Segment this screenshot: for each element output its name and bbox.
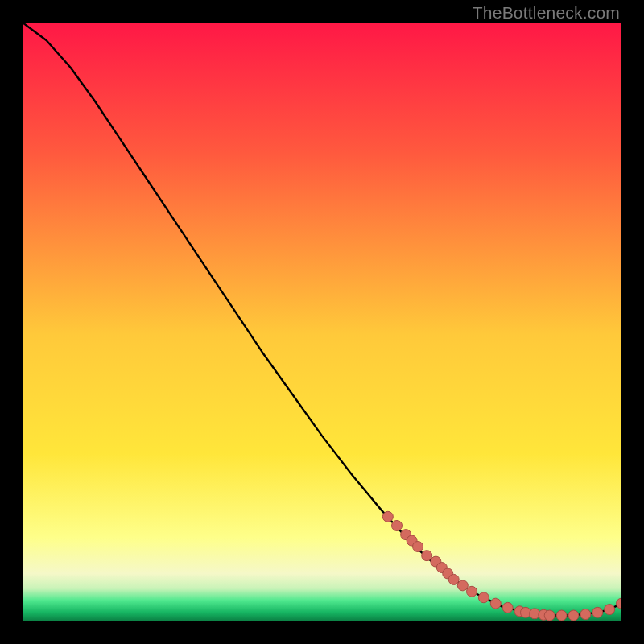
data-point bbox=[502, 602, 513, 613]
gradient-background bbox=[23, 23, 621, 621]
data-point bbox=[422, 551, 432, 561]
data-point bbox=[605, 605, 615, 615]
watermark-text: TheBottleneck.com bbox=[473, 3, 620, 23]
data-point bbox=[580, 609, 591, 620]
data-point bbox=[490, 598, 501, 609]
data-point bbox=[544, 610, 555, 621]
data-point bbox=[392, 520, 402, 530]
data-point bbox=[457, 580, 468, 591]
data-point bbox=[478, 592, 489, 603]
data-point bbox=[448, 574, 459, 584]
data-point bbox=[568, 610, 579, 621]
data-point bbox=[382, 511, 393, 522]
bottleneck-chart bbox=[23, 23, 621, 621]
data-point bbox=[556, 610, 567, 621]
data-point bbox=[413, 542, 423, 552]
data-point bbox=[467, 586, 477, 597]
chart-frame bbox=[23, 23, 621, 621]
data-point bbox=[592, 607, 603, 617]
